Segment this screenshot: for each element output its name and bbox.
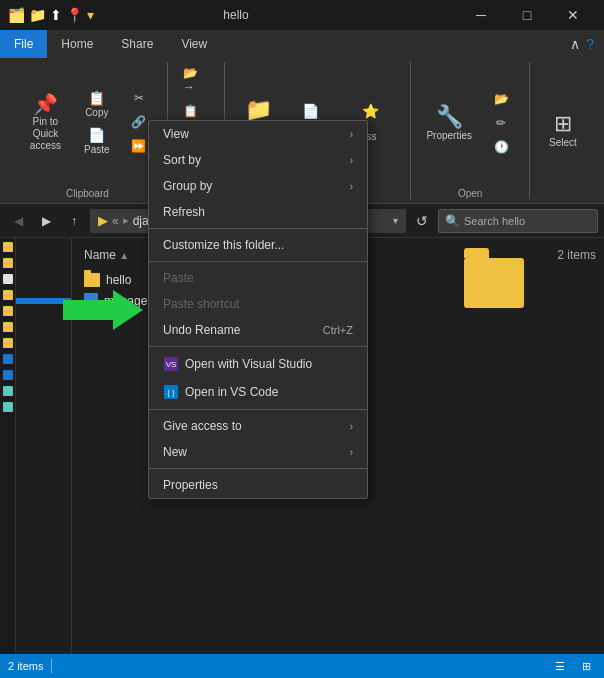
ctx-sort-by-chevron: › — [350, 155, 353, 166]
strip-icon-3 — [3, 274, 13, 284]
paste-icon: 📄 — [88, 128, 105, 142]
edit-icon: ✏ — [496, 116, 506, 130]
open-button[interactable]: 📂 — [481, 88, 521, 110]
ctx-new-chevron: › — [350, 447, 353, 458]
maximize-button[interactable]: □ — [504, 0, 550, 30]
status-items-count: 2 items — [8, 660, 43, 672]
search-box[interactable]: 🔍 Search hello — [438, 209, 598, 233]
open-label: Open — [458, 186, 482, 199]
copy-button[interactable]: 📋 Copy — [77, 87, 117, 122]
tab-home[interactable]: Home — [47, 30, 107, 58]
status-divider — [51, 659, 52, 673]
status-view-list[interactable]: ☰ — [550, 656, 570, 676]
svg-marker-0 — [63, 290, 143, 330]
new-folder-icon: 📁 — [245, 99, 272, 121]
strip-icon-8 — [3, 354, 13, 364]
folder-icon-hello — [84, 273, 100, 287]
move-to-icon: 📂→ — [183, 66, 210, 94]
ctx-group-by[interactable]: Group by › — [149, 173, 367, 199]
ctx-group-by-label: Group by — [163, 179, 212, 193]
ctx-give-access-label: Give access to — [163, 419, 242, 433]
ctx-paste-shortcut-label: Paste shortcut — [163, 297, 240, 311]
select-label: Select — [549, 137, 577, 148]
ctx-properties[interactable]: Properties — [149, 472, 367, 498]
back-button[interactable]: ◀ — [6, 209, 30, 233]
easy-access-icon: ⭐ — [362, 104, 379, 118]
breadcrumb-sep: ▸ — [123, 214, 129, 227]
properties-button[interactable]: 🔧 Properties — [419, 102, 479, 145]
properties-icon: 🔧 — [436, 106, 463, 128]
arrow-indicator — [58, 290, 148, 333]
tab-share[interactable]: Share — [107, 30, 167, 58]
paste-button[interactable]: 📄 Paste — [77, 124, 117, 159]
strip-icon-10 — [3, 386, 13, 396]
ctx-sort-by[interactable]: Sort by › — [149, 147, 367, 173]
ctx-refresh[interactable]: Refresh — [149, 199, 367, 225]
ctx-customize[interactable]: Customize this folder... — [149, 232, 367, 258]
ctx-give-access[interactable]: Give access to › — [149, 413, 367, 439]
move-to-button[interactable]: 📂→ — [176, 62, 217, 98]
vs-icon: VS — [163, 356, 179, 372]
strip-icon-1 — [3, 242, 13, 252]
ctx-undo-rename[interactable]: Undo Rename Ctrl+Z — [149, 317, 367, 343]
context-menu: View › Sort by › Group by › Refresh Cust… — [148, 120, 368, 499]
tab-file[interactable]: File — [0, 30, 47, 58]
history-button[interactable]: 🕐 — [481, 136, 521, 158]
file-name-hello: hello — [106, 273, 131, 287]
vscode-icon: { } — [163, 384, 179, 400]
minimize-button[interactable]: ─ — [458, 0, 504, 30]
sidebar-strip — [0, 238, 16, 678]
ctx-open-vscode[interactable]: { } Open in VS Code — [149, 378, 367, 406]
pin-icon: 📌 — [33, 94, 58, 114]
ctx-sep-2 — [149, 261, 367, 262]
ctx-open-vs[interactable]: VS Open with Visual Studio — [149, 350, 367, 378]
large-folder-icon — [464, 258, 524, 308]
strip-icon-11 — [3, 402, 13, 412]
window-controls: ─ □ ✕ — [458, 0, 596, 30]
cut-icon: ✂ — [134, 92, 144, 104]
select-group: ⊞ Select — [530, 62, 596, 199]
ctx-open-vscode-label: Open in VS Code — [185, 385, 353, 399]
status-bar: 2 items ☰ ⊞ — [0, 654, 604, 678]
forward-button[interactable]: ▶ — [34, 209, 58, 233]
ctx-open-vs-label: Open with Visual Studio — [185, 357, 353, 371]
ctx-paste-label: Paste — [163, 271, 194, 285]
breadcrumb-chevron: ▾ — [393, 215, 398, 226]
select-icon: ⊞ — [554, 113, 572, 135]
help-button[interactable]: ∧ ? — [560, 30, 604, 58]
ctx-refresh-label: Refresh — [163, 205, 205, 219]
open-icon: 📂 — [494, 92, 509, 106]
ctx-new[interactable]: New › — [149, 439, 367, 465]
ctx-group-by-chevron: › — [350, 181, 353, 192]
clipboard-group: 📌 Pin to Quickaccess 📋 Copy 📄 Paste ✂ — [8, 62, 168, 199]
search-icon: 🔍 — [445, 214, 460, 228]
up-button[interactable]: ↑ — [62, 209, 86, 233]
ctx-paste-shortcut: Paste shortcut — [149, 291, 367, 317]
history-icon: 🕐 — [494, 140, 509, 154]
strip-icon-5 — [3, 306, 13, 316]
vs-icon-graphic: VS — [164, 357, 178, 371]
ctx-undo-rename-label: Undo Rename — [163, 323, 240, 337]
select-button[interactable]: ⊞ Select — [538, 109, 588, 152]
strip-icon-6 — [3, 322, 13, 332]
copy-label: Copy — [85, 107, 108, 118]
ctx-view-label: View — [163, 127, 189, 141]
ctx-customize-label: Customize this folder... — [163, 238, 284, 252]
status-view-grid[interactable]: ⊞ — [576, 656, 596, 676]
breadcrumb-folder-icon: ▶ — [98, 213, 108, 228]
ctx-sep-4 — [149, 409, 367, 410]
ctx-new-label: New — [163, 445, 187, 459]
tab-view[interactable]: View — [167, 30, 221, 58]
column-name[interactable]: Name ▲ — [80, 246, 133, 264]
clipboard-label: Clipboard — [66, 186, 109, 199]
cut-button[interactable]: ✂ — [119, 88, 159, 110]
pin-to-quickaccess-button[interactable]: 📌 Pin to Quickaccess — [16, 90, 75, 156]
select-buttons: ⊞ Select — [538, 62, 588, 199]
strip-icon-2 — [3, 258, 13, 268]
ctx-view[interactable]: View › — [149, 121, 367, 147]
refresh-button[interactable]: ↺ — [410, 209, 434, 233]
large-folder-illustration — [464, 258, 524, 308]
strip-icon-9 — [3, 370, 13, 380]
edit-button[interactable]: ✏ — [481, 112, 521, 134]
close-button[interactable]: ✕ — [550, 0, 596, 30]
